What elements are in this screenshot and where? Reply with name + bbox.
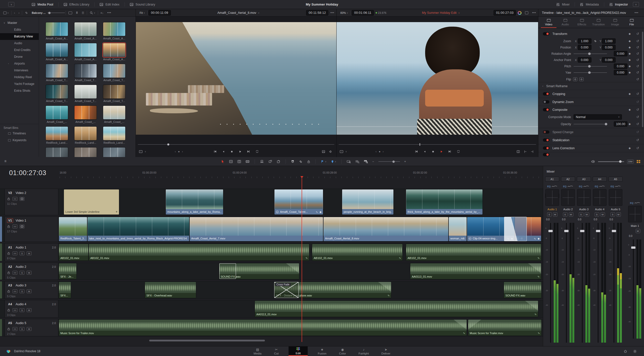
- search-icon[interactable]: ∨: [88, 11, 97, 15]
- auto-select-icon[interactable]: <>: [13, 289, 17, 293]
- track-thumbnail-icon[interactable]: [20, 197, 24, 201]
- media-clip[interactable]: Amalfi_Coast_...: [103, 106, 126, 123]
- panel-layout-icon[interactable]: ∨: [2, 12, 11, 14]
- settings-gear-icon[interactable]: [633, 349, 637, 353]
- source-duration-field[interactable]: 00:11:58:12: [306, 10, 328, 16]
- auto-select-icon[interactable]: <>: [13, 271, 17, 275]
- eq-label[interactable]: EQ: [563, 185, 567, 188]
- reset-icon[interactable]: ↺: [635, 77, 640, 81]
- composite-section[interactable]: Composite ◆ ↺: [538, 106, 644, 113]
- top-bar-button[interactable]: Media Pool: [26, 0, 58, 9]
- clip-sliver[interactable]: [0, 319, 2, 336]
- track-id-chip[interactable]: A5: [7, 321, 13, 325]
- mute-button[interactable]: M: [27, 327, 31, 331]
- speed-change-section[interactable]: Speed Change ↺: [538, 128, 644, 136]
- track-id-chip[interactable]: A2: [7, 265, 13, 269]
- current-bin-label[interactable]: Balcony ...: [30, 11, 47, 14]
- clip-sliver[interactable]: [0, 243, 2, 261]
- reset-icon[interactable]: ↺: [635, 32, 640, 36]
- media-pool-bin[interactable]: Extra Shots: [0, 87, 39, 94]
- timeline-video-clip[interactable]: lake_next_to_mountains_and_trees_aerial_…: [87, 217, 189, 241]
- channel-solo-button[interactable]: S: [579, 212, 583, 217]
- timeline-video-clip[interactable]: RedRock_Talent_3... ∿ ◆ +: [59, 217, 87, 241]
- media-clip[interactable]: [46, 147, 68, 157]
- channel-mute-button[interactable]: M: [585, 212, 589, 217]
- track-name[interactable]: Audio 1: [16, 246, 26, 249]
- source-scrub-bar[interactable]: [138, 143, 334, 146]
- track-name[interactable]: Audio 3: [16, 284, 26, 287]
- pan-control[interactable]: [609, 189, 622, 206]
- media-clip-thumbnail[interactable]: [103, 64, 126, 78]
- pan-control[interactable]: [545, 189, 559, 206]
- fader-handle[interactable]: [548, 230, 553, 232]
- timeline-audio-clip[interactable]: AB102_01.mov: [89, 244, 309, 261]
- track-id-chip[interactable]: V1: [7, 218, 13, 223]
- keyframe-icon[interactable]: ◆: [628, 39, 632, 43]
- mixer-channel-tab[interactable]: A4: [593, 177, 607, 182]
- media-clip-thumbnail[interactable]: [74, 64, 97, 78]
- flip-vertical-button[interactable]: [579, 77, 584, 81]
- solo-button[interactable]: S: [20, 251, 24, 255]
- media-clip-thumbnail[interactable]: [74, 22, 97, 36]
- resolve-fx-icon[interactable]: [516, 11, 523, 15]
- mark-out-icon[interactable]: [531, 150, 534, 153]
- media-clip-thumbnail[interactable]: [103, 126, 126, 140]
- media-clip[interactable]: Amalfi_Coast_T...: [74, 64, 97, 82]
- track-name[interactable]: Audio 5: [16, 321, 26, 325]
- media-clip[interactable]: [103, 147, 126, 157]
- track-id-chip[interactable]: V2: [7, 191, 13, 195]
- timeline-title[interactable]: My Summer Holiday Edit∨: [422, 11, 460, 15]
- viewer-mode-icon[interactable]: [523, 11, 530, 14]
- timeline-audio-clip[interactable]: SFX - Je...: [59, 263, 77, 279]
- media-clip[interactable]: Amalfi_Coast_T...: [103, 64, 126, 82]
- top-bar-button[interactable]: Mixer: [551, 0, 575, 9]
- insert-clip-tool[interactable]: [260, 160, 264, 163]
- timeline-audio-clip[interactable]: SOUND FX.wav: [504, 282, 542, 298]
- channel-mute-button[interactable]: M: [553, 212, 557, 217]
- panel-corner-toggle[interactable]: ∨: [8, 2, 14, 7]
- auto-select-icon[interactable]: <>: [13, 251, 17, 255]
- inspector-options-icon[interactable]: •••: [632, 11, 640, 15]
- fader-handle[interactable]: [612, 230, 616, 232]
- media-pool-options-icon[interactable]: •••: [105, 11, 113, 15]
- play-button[interactable]: [238, 150, 242, 153]
- source-scrub-handle[interactable]: [167, 143, 169, 145]
- media-clip[interactable]: Amalfi_Coast_...: [74, 106, 97, 123]
- track-header[interactable]: A2 Audio 2 2.0 <> S M 5 Clips: [5, 263, 58, 280]
- pitch-slider[interactable]: [574, 66, 607, 67]
- media-clip-thumbnail[interactable]: [46, 126, 68, 140]
- track-id-chip[interactable]: A3: [7, 283, 13, 288]
- page-tab[interactable]: ★ Fusion: [315, 346, 329, 356]
- mute-button[interactable]: M: [27, 308, 31, 312]
- reset-icon[interactable]: ↺: [635, 39, 640, 43]
- track-header[interactable]: A4 Audio 4 2.0 <> S M 3 Clips: [5, 300, 58, 318]
- source-zoom-select[interactable]: Fit∨: [138, 11, 147, 14]
- step-back-button[interactable]: [222, 150, 225, 153]
- media-clip[interactable]: Amalfi_Coast_...: [46, 106, 68, 123]
- mixer-channel-tab[interactable]: A3: [577, 177, 591, 182]
- media-clip-thumbnail[interactable]: [74, 147, 97, 157]
- eq-label[interactable]: EQ: [595, 185, 598, 188]
- audio-toggle-icon[interactable]: [329, 150, 332, 153]
- clip-sliver[interactable]: [0, 281, 2, 298]
- track-header[interactable]: A5 Audio 5 2.0 <> S M 2 Clips: [5, 319, 58, 336]
- sort-icon[interactable]: ≡↓: [99, 11, 105, 14]
- safe-area-chevron[interactable]: ∨: [145, 150, 146, 153]
- media-clip[interactable]: RedRock_Land...: [74, 126, 97, 144]
- auto-select-icon[interactable]: <>: [13, 197, 17, 201]
- fader-handle[interactable]: [580, 230, 584, 232]
- thumbnail-view-icon[interactable]: ⠿: [74, 11, 80, 15]
- keyframe-icon[interactable]: ◆: [628, 52, 632, 55]
- reset-icon[interactable]: ↺: [635, 71, 640, 74]
- linked-selection-icon[interactable]: [299, 160, 303, 164]
- safe-area-icon[interactable]: [139, 150, 143, 153]
- cropping-section[interactable]: Cropping ◆ ↺: [538, 90, 644, 98]
- track-lock-icon[interactable]: [7, 327, 10, 331]
- mute-button[interactable]: M: [27, 271, 31, 275]
- dim-button[interactable]: DIM: [627, 160, 634, 164]
- marker-icon[interactable]: ∨: [331, 160, 336, 164]
- timeline-scrub-bar[interactable]: [339, 143, 536, 146]
- stabilization-section[interactable]: Stabilization ↺: [538, 136, 644, 144]
- snapping-magnet-icon[interactable]: [291, 160, 295, 164]
- media-clip-thumbnail[interactable]: [46, 147, 68, 157]
